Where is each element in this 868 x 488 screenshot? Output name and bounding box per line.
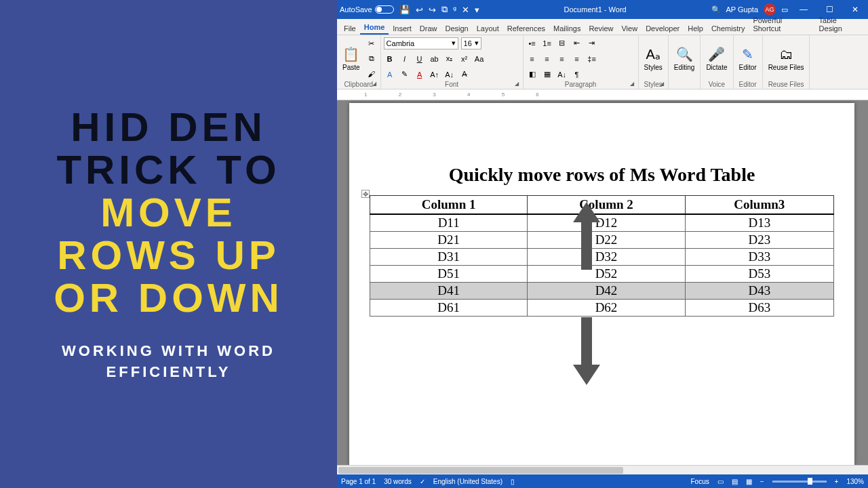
strike-button[interactable]: ab bbox=[429, 53, 441, 65]
user-name[interactable]: AP Gupta bbox=[726, 5, 759, 14]
table-cell[interactable]: D32 bbox=[528, 249, 685, 266]
italic-button[interactable]: I bbox=[399, 53, 411, 65]
horizontal-scrollbar[interactable] bbox=[337, 465, 868, 474]
tab-chemistry[interactable]: Chemistry bbox=[707, 22, 749, 35]
undo-icon[interactable]: ↩ bbox=[416, 5, 423, 15]
share-icon[interactable]: ᵍ bbox=[453, 5, 456, 15]
table-cell[interactable]: D52 bbox=[528, 266, 685, 283]
autosave-toggle[interactable]: AutoSave bbox=[340, 5, 394, 14]
redo-icon[interactable]: ↪ bbox=[429, 5, 436, 15]
dialog-launcher-icon[interactable]: ◢ bbox=[630, 81, 634, 87]
cut-icon[interactable]: ✂ bbox=[366, 37, 378, 49]
tab-design[interactable]: Design bbox=[441, 22, 472, 35]
table-move-handle-icon[interactable]: ✥ bbox=[361, 190, 370, 198]
scrollbar-thumb[interactable] bbox=[338, 467, 623, 474]
tab-developer[interactable]: Developer bbox=[642, 22, 684, 35]
justify-button[interactable]: ≡ bbox=[571, 53, 583, 65]
view-read-icon[interactable]: ▭ bbox=[717, 478, 724, 485]
table-cell[interactable]: D41 bbox=[370, 283, 528, 300]
bold-button[interactable]: B bbox=[384, 53, 396, 65]
tab-layout[interactable]: Layout bbox=[473, 22, 503, 35]
multilevel-button[interactable]: ⊟ bbox=[556, 37, 568, 49]
save-icon[interactable]: 💾 bbox=[399, 5, 410, 15]
table-cell[interactable]: D33 bbox=[685, 249, 833, 266]
highlight-button[interactable]: ✎ bbox=[399, 68, 411, 81]
focus-mode[interactable]: Focus bbox=[691, 478, 709, 485]
tab-home[interactable]: Home bbox=[360, 21, 389, 35]
dec-indent-button[interactable]: ⇤ bbox=[571, 37, 583, 49]
table-row[interactable]: D21D22D23 bbox=[370, 232, 834, 249]
dialog-launcher-icon[interactable]: ◢ bbox=[372, 81, 376, 87]
spellcheck-icon[interactable]: ✓ bbox=[420, 478, 425, 485]
copy-icon[interactable]: ⧉ bbox=[366, 52, 378, 64]
grow-font-button[interactable]: A↑ bbox=[429, 68, 441, 81]
view-print-icon[interactable]: ▤ bbox=[732, 478, 738, 485]
tab-insert[interactable]: Insert bbox=[389, 22, 416, 35]
view-web-icon[interactable]: ▦ bbox=[746, 478, 752, 485]
tab-view[interactable]: View bbox=[617, 22, 642, 35]
table-cell[interactable]: D61 bbox=[370, 300, 528, 317]
table-cell[interactable]: D12 bbox=[528, 214, 685, 232]
clear-format-button[interactable]: A̶ bbox=[458, 68, 471, 81]
table-cell[interactable]: D22 bbox=[528, 232, 685, 249]
reuse-files-button[interactable]: 🗂Reuse Files bbox=[766, 37, 807, 81]
paste-button[interactable]: 📋 Paste bbox=[340, 37, 363, 81]
zoom-slider[interactable] bbox=[772, 481, 827, 483]
table-header-cell[interactable]: Column3 bbox=[685, 196, 833, 215]
table-cell[interactable]: D21 bbox=[370, 232, 528, 249]
styles-button[interactable]: AₐStyles bbox=[642, 37, 665, 81]
zoom-in-button[interactable]: + bbox=[835, 478, 839, 485]
bullets-button[interactable]: •≡ bbox=[526, 37, 538, 49]
table-row[interactable]: D31D32D33 bbox=[370, 249, 834, 266]
dialog-launcher-icon[interactable]: ◢ bbox=[515, 81, 519, 87]
table-cell[interactable]: D11 bbox=[370, 214, 528, 232]
zoom-level[interactable]: 130% bbox=[846, 478, 864, 485]
language[interactable]: English (United States) bbox=[433, 478, 502, 485]
table-row[interactable]: D61D62D63 bbox=[370, 300, 834, 317]
document-heading[interactable]: Quickly move rows of Ms Word Table bbox=[370, 164, 834, 186]
tab-review[interactable]: Review bbox=[585, 22, 617, 35]
align-center-button[interactable]: ≡ bbox=[541, 53, 553, 65]
table-cell[interactable]: D63 bbox=[685, 300, 833, 317]
format-painter-icon[interactable]: 🖌 bbox=[366, 68, 378, 80]
word-count[interactable]: 30 words bbox=[384, 478, 412, 485]
tab-mailings[interactable]: Mailings bbox=[549, 22, 585, 35]
word-table[interactable]: Column 1Column 2Column3D11D12D13D21D22D2… bbox=[370, 195, 834, 317]
copy-icon[interactable]: ⧉ bbox=[441, 4, 448, 15]
tab-draw[interactable]: Draw bbox=[416, 22, 441, 35]
shrink-font-button[interactable]: A↓ bbox=[443, 68, 456, 81]
page-number[interactable]: Page 1 of 1 bbox=[341, 478, 376, 485]
font-color-button[interactable]: A bbox=[414, 68, 426, 81]
table-header-cell[interactable]: Column 1 bbox=[370, 196, 528, 215]
tab-powerful-shortcut[interactable]: Powerful Shortcut bbox=[749, 14, 814, 35]
table-cell[interactable]: D31 bbox=[370, 249, 528, 266]
editor-button[interactable]: ✎Editor bbox=[736, 37, 760, 81]
text-effects-button[interactable]: A bbox=[384, 68, 396, 81]
table-row[interactable]: D51D52D53 bbox=[370, 266, 834, 283]
font-name-input[interactable]: Cambria▾ bbox=[384, 37, 458, 49]
underline-button[interactable]: U bbox=[414, 53, 426, 65]
numbering-button[interactable]: 1≡ bbox=[541, 37, 553, 49]
tab-help[interactable]: Help bbox=[684, 22, 707, 35]
align-left-button[interactable]: ≡ bbox=[526, 53, 538, 65]
table-row[interactable]: D41D42D43 bbox=[370, 283, 834, 300]
dictate-button[interactable]: 🎤Dictate bbox=[703, 37, 730, 81]
tab-table-design[interactable]: Table Design bbox=[815, 14, 865, 35]
line-spacing-button[interactable]: ‡≡ bbox=[586, 53, 598, 65]
sort-button[interactable]: A↓ bbox=[556, 68, 568, 81]
subscript-button[interactable]: x₂ bbox=[443, 53, 456, 65]
search-icon[interactable]: 🔍 bbox=[711, 5, 721, 14]
table-header-cell[interactable]: Column 2 bbox=[528, 196, 685, 215]
inc-indent-button[interactable]: ⇥ bbox=[586, 37, 598, 49]
table-cell[interactable]: D23 bbox=[685, 232, 833, 249]
dialog-launcher-icon[interactable]: ◢ bbox=[660, 81, 664, 87]
page[interactable]: Quickly move rows of Ms Word Table ✥ Col… bbox=[349, 103, 854, 465]
horizontal-ruler[interactable]: 1 2 3 4 5 6 bbox=[337, 89, 868, 100]
font-size-input[interactable]: 16▾ bbox=[461, 37, 481, 49]
borders-button[interactable]: ▦ bbox=[541, 68, 553, 81]
table-cell[interactable]: D13 bbox=[685, 214, 833, 232]
toggle-off-icon[interactable] bbox=[375, 5, 394, 14]
table-cell[interactable]: D43 bbox=[685, 283, 833, 300]
tab-file[interactable]: File bbox=[340, 22, 360, 35]
table-header-row[interactable]: Column 1Column 2Column3 bbox=[370, 196, 834, 215]
